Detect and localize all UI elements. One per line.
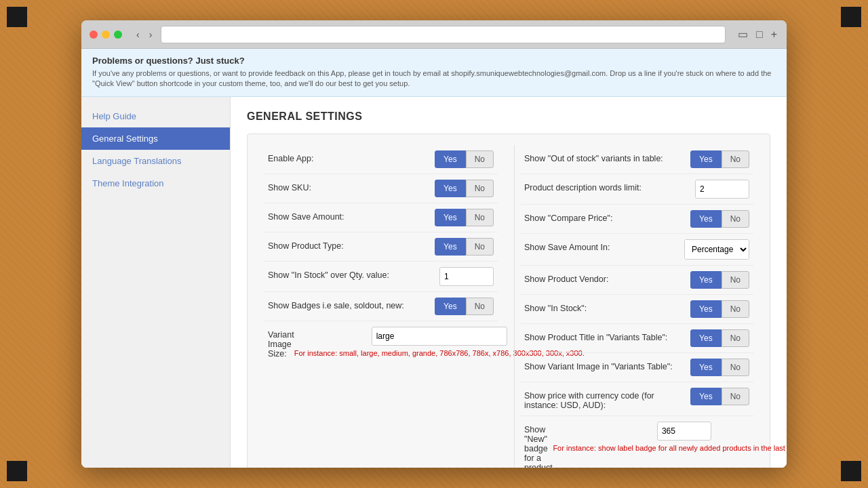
enable-app-yes[interactable]: Yes: [435, 150, 466, 168]
show-save-amount-no[interactable]: No: [466, 209, 494, 226]
show-in-stock-yes[interactable]: Yes: [690, 300, 722, 318]
sidebar: Help Guide General Settings Language Tra…: [81, 97, 231, 468]
show-product-vendor-control: Yes No: [690, 271, 749, 289]
show-save-amount-row: Show Save Amount: Yes No: [264, 203, 498, 232]
corner-decoration-tl: [7, 7, 27, 27]
show-product-title-row: Show Product Title in "Variants Table": …: [520, 324, 753, 353]
enable-app-control: Yes No: [435, 150, 494, 168]
settings-panel: Enable App: Yes No Show SKU: Yes: [247, 134, 770, 468]
sidebar-item-help-guide[interactable]: Help Guide: [81, 105, 230, 127]
show-out-of-stock-no[interactable]: No: [722, 150, 749, 168]
close-button[interactable]: [90, 30, 98, 39]
corner-decoration-bl: [7, 461, 27, 481]
minimize-button[interactable]: [102, 30, 110, 39]
show-variant-image-yes[interactable]: Yes: [690, 359, 722, 376]
browser-actions: ▭ □ +: [736, 26, 778, 42]
show-badges-label: Show Badges i.e sale, soldout, new:: [268, 298, 435, 310]
show-new-badge-control: For instance: show label badge for all n…: [553, 422, 787, 453]
main-content: GENERAL SETTINGS Enable App: Yes No: [231, 97, 787, 468]
show-product-type-no[interactable]: No: [466, 238, 494, 256]
tab-button[interactable]: □: [755, 26, 764, 42]
show-product-title-no[interactable]: No: [722, 329, 749, 347]
show-badges-no[interactable]: No: [466, 298, 494, 315]
info-banner-text: If you've any problems or questions, or …: [92, 68, 776, 89]
variant-image-size-row: Variant Image Size: For instance: small,…: [264, 321, 498, 364]
sidebar-item-language-translations[interactable]: Language Translations: [81, 150, 230, 172]
show-sku-control: Yes No: [435, 180, 494, 197]
product-desc-words-control: [695, 180, 749, 199]
variant-image-size-label: Variant Image Size:: [268, 327, 294, 359]
show-product-vendor-yes[interactable]: Yes: [690, 271, 722, 289]
show-in-stock-label: Show "In Stock":: [524, 300, 690, 313]
show-save-amount-yes[interactable]: Yes: [435, 209, 466, 226]
show-new-badge-label: Show "New" badge for a product added bef…: [524, 422, 553, 468]
show-new-badge-input[interactable]: [657, 422, 711, 441]
variant-image-size-input[interactable]: [372, 327, 507, 346]
show-product-vendor-no[interactable]: No: [722, 271, 749, 289]
show-badges-yes[interactable]: Yes: [435, 298, 466, 315]
show-product-vendor-label: Show Product Vendor:: [524, 271, 690, 284]
nav-buttons: ‹ ›: [133, 28, 155, 41]
corner-decoration-br: [841, 461, 861, 481]
browser-window: ‹ › ▭ □ + Problems or questions? Just st…: [81, 20, 787, 468]
show-product-title-yes[interactable]: Yes: [690, 329, 722, 347]
show-product-title-label: Show Product Title in "Variants Table":: [524, 329, 690, 342]
show-save-amount-control: Yes No: [435, 209, 494, 226]
show-product-type-yes[interactable]: Yes: [435, 238, 466, 256]
right-panel: Show "Out of stock" variants in table: Y…: [514, 145, 759, 468]
product-desc-words-label: Product description words limit:: [524, 180, 695, 192]
show-in-stock-no[interactable]: No: [722, 300, 749, 318]
product-desc-words-row: Product description words limit:: [520, 174, 753, 205]
show-out-of-stock-row: Show "Out of stock" variants in table: Y…: [520, 145, 753, 174]
back-button[interactable]: ‹: [133, 28, 143, 41]
section-title: GENERAL SETTINGS: [247, 110, 770, 123]
settings-two-panel: Enable App: Yes No Show SKU: Yes: [258, 145, 759, 468]
info-banner: Problems or questions? Just stuck? If yo…: [81, 49, 787, 97]
show-badges-control: Yes No: [435, 298, 494, 315]
show-badges-row: Show Badges i.e sale, soldout, new: Yes …: [264, 292, 498, 321]
show-save-amount-in-select[interactable]: Percentage Amount: [685, 240, 749, 259]
show-variant-image-no[interactable]: No: [722, 359, 749, 376]
show-product-type-label: Show Product Type:: [268, 238, 435, 251]
enable-app-no[interactable]: No: [466, 150, 494, 168]
address-bar[interactable]: [161, 26, 726, 43]
show-in-stock-qty-row: Show "In Stock" over Qty. value:: [264, 262, 498, 292]
share-button[interactable]: ▭: [736, 26, 749, 42]
show-sku-row: Show SKU: Yes No: [264, 174, 498, 203]
show-price-currency-label: Show price with currency code (for insta…: [524, 388, 690, 410]
show-in-stock-qty-input[interactable]: [439, 267, 494, 286]
maximize-button[interactable]: [114, 30, 122, 39]
show-out-of-stock-control: Yes No: [690, 150, 749, 168]
show-product-type-control: Yes No: [435, 238, 494, 256]
show-compare-price-label: Show "Compare Price":: [524, 210, 690, 223]
show-variant-image-control: Yes No: [690, 359, 749, 376]
show-new-badge-hint: For instance: show label badge for all n…: [553, 443, 787, 453]
show-sku-label: Show SKU:: [268, 180, 435, 192]
show-out-of-stock-yes[interactable]: Yes: [690, 150, 722, 168]
show-price-currency-control: Yes No: [690, 388, 749, 405]
show-price-currency-yes[interactable]: Yes: [690, 388, 722, 405]
sidebar-item-theme-integration[interactable]: Theme Integration: [81, 172, 230, 195]
show-save-amount-in-label: Show Save Amount In:: [524, 239, 684, 252]
show-sku-no[interactable]: No: [466, 180, 494, 197]
show-compare-price-control: Yes No: [690, 210, 749, 228]
show-compare-price-no[interactable]: No: [722, 210, 749, 228]
show-out-of-stock-label: Show "Out of stock" variants in table:: [524, 150, 690, 163]
show-variant-image-row: Show Variant Image in "Variants Table": …: [520, 353, 753, 382]
show-price-currency-no[interactable]: No: [722, 388, 749, 405]
show-sku-yes[interactable]: Yes: [435, 180, 466, 197]
show-in-stock-row: Show "In Stock": Yes No: [520, 295, 753, 324]
enable-app-label: Enable App:: [268, 150, 435, 163]
show-save-amount-in-control: Percentage Amount: [684, 239, 749, 260]
show-compare-price-row: Show "Compare Price": Yes No: [520, 205, 753, 234]
product-desc-words-input[interactable]: [695, 180, 749, 199]
forward-button[interactable]: ›: [146, 28, 156, 41]
show-product-title-control: Yes No: [690, 329, 749, 347]
browser-content: Problems or questions? Just stuck? If yo…: [81, 49, 787, 468]
corner-decoration-tr: [841, 7, 861, 27]
new-tab-button[interactable]: +: [770, 26, 778, 42]
show-compare-price-yes[interactable]: Yes: [690, 210, 722, 228]
show-in-stock-qty-label: Show "In Stock" over Qty. value:: [268, 267, 439, 280]
sidebar-item-general-settings[interactable]: General Settings: [81, 127, 230, 150]
show-new-badge-row: Show "New" badge for a product added bef…: [520, 416, 753, 468]
